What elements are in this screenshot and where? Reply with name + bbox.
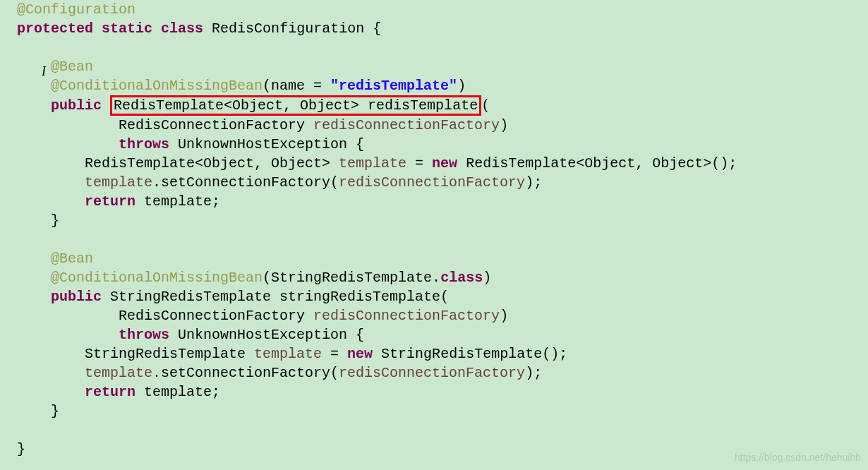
m2-l1-b: template: [254, 346, 322, 362]
factory-type-1: RedisConnectionFactory: [119, 117, 313, 133]
watermark: https://blog.csdn.net/hehuihh: [735, 451, 861, 464]
cond1-string: "redisTemplate": [330, 78, 457, 94]
m2-l2-d: );: [525, 365, 542, 381]
kw-new-1: new: [432, 155, 457, 171]
kw-class: class: [161, 20, 203, 37]
anno-cond-2b: (StringRedisTemplate.: [263, 270, 440, 286]
brace-open-m1: {: [356, 136, 364, 152]
paren-close-1: ): [500, 117, 508, 133]
kw-return-1: return: [85, 193, 135, 210]
paren-close-2: ): [500, 308, 508, 324]
kw-return-2: return: [85, 384, 135, 400]
m2-l1-a: StringRedisTemplate: [85, 346, 254, 362]
exception-1: UnknownHostException: [169, 136, 356, 152]
anno-cond-2c: ): [483, 270, 491, 286]
factory-type-2: RedisConnectionFactory: [119, 308, 313, 324]
kw-public-2: public: [51, 289, 102, 305]
kw-public-1: public: [51, 97, 102, 114]
anno-bean-2: @Bean: [51, 251, 93, 267]
m1-l2-a: template: [85, 174, 152, 191]
anno-cond-1a: @ConditionalOnMissingBean: [51, 78, 263, 94]
m1-l1-b: template: [339, 155, 406, 171]
factory-param-1: redisConnectionFactory: [313, 117, 500, 133]
redbox-text: RedisTemplate<Object, Object> redisTempl…: [114, 97, 478, 114]
exception-2: UnknownHostException: [169, 327, 356, 343]
m2-l1-c: =: [322, 346, 347, 362]
anno-cond-1b: (name =: [263, 78, 330, 94]
brace-open-m2: {: [356, 327, 364, 343]
brace-close-class: }: [17, 441, 25, 457]
text-cursor: I: [42, 63, 46, 80]
m1-l1-a: RedisTemplate<Object, Object>: [85, 155, 339, 171]
m2-sig: StringRedisTemplate stringRedisTemplate(: [102, 289, 449, 305]
kw-class-2: class: [440, 270, 483, 286]
m1-l2-b: .setConnectionFactory(: [152, 174, 339, 191]
classname: RedisConfiguration: [212, 20, 364, 37]
kw-new-2: new: [347, 346, 373, 362]
m1-l1-c: =: [406, 155, 432, 171]
m1-l2-c: redisConnectionFactory: [339, 174, 525, 191]
m2-l2-b: .setConnectionFactory(: [152, 365, 339, 381]
brace-close-m1: }: [51, 212, 59, 229]
m2-l2-a: template: [85, 365, 152, 381]
brace-open: {: [373, 20, 381, 37]
kw-throws-1: throws: [119, 136, 169, 152]
paren-open-1: (: [481, 97, 490, 114]
kw-static: static: [102, 20, 152, 37]
factory-param-2: redisConnectionFactory: [313, 308, 500, 324]
anno-cond-2a: @ConditionalOnMissingBean: [51, 270, 263, 286]
code-block: @Configuration protected static class Re…: [0, 0, 868, 459]
highlighted-signature: RedisTemplate<Object, Object> redisTempl…: [110, 95, 481, 116]
cond1-close: ): [457, 78, 466, 94]
m2-l1-d: StringRedisTemplate();: [373, 346, 567, 362]
m2-l3-a: template;: [135, 384, 220, 400]
m1-l3-a: template;: [135, 193, 220, 210]
kw-throws-2: throws: [119, 327, 169, 343]
brace-close-m2: }: [51, 403, 59, 419]
anno-bean-1: @Bean: [51, 59, 93, 75]
anno-config: @Configuration: [17, 1, 135, 18]
kw-protected: protected: [17, 20, 93, 37]
m2-l2-c: redisConnectionFactory: [339, 365, 525, 381]
m1-l1-d: RedisTemplate<Object, Object>();: [457, 155, 737, 171]
m1-l2-d: );: [525, 174, 542, 191]
